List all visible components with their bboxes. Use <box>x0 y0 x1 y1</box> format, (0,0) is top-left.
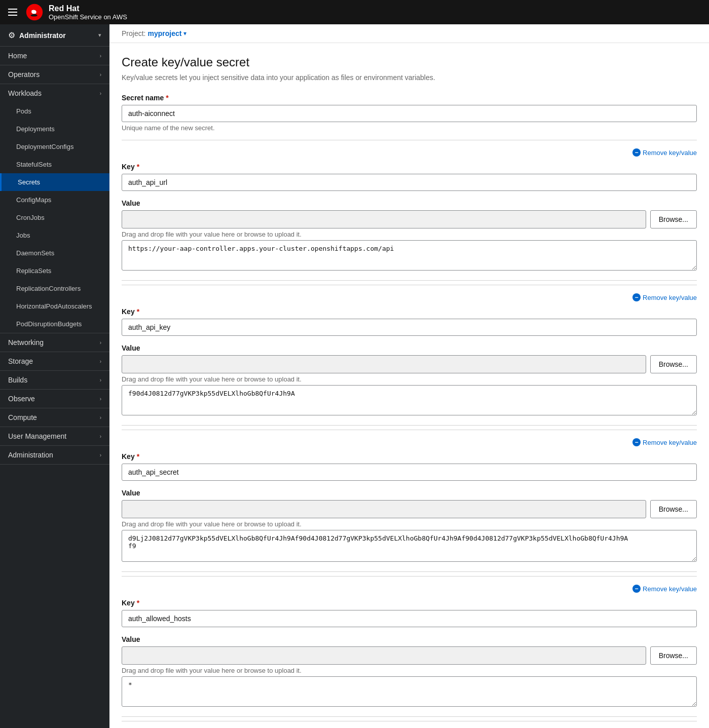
project-dropdown-arrow[interactable]: ▾ <box>183 30 186 37</box>
remove-link-2: − Remove key/value <box>122 293 697 301</box>
sidebar-item-cronjobs[interactable]: CronJobs <box>0 209 109 226</box>
value-textarea-3[interactable]: d9Lj2J0812d77gVKP3kp55dVELXlhoGb8QfUr4Jh… <box>122 530 697 562</box>
value-textarea-4[interactable]: * <box>122 676 697 707</box>
sidebar-item-storage[interactable]: Storage › <box>0 352 109 370</box>
sidebar-item-cronjobs-label: CronJobs <box>16 214 45 221</box>
admin-header[interactable]: ⚙ Administrator ▾ <box>0 24 109 47</box>
sidebar-item-observe-label: Observe <box>8 395 35 403</box>
secret-name-label: Secret name * <box>122 94 697 102</box>
sidebar-item-deploymentconfigs[interactable]: DeploymentConfigs <box>0 138 109 156</box>
sidebar-item-observe[interactable]: Observe › <box>0 390 109 408</box>
observe-chevron-icon: › <box>100 396 101 402</box>
key-input-3[interactable] <box>122 464 697 481</box>
sidebar-section-networking: Networking › <box>0 333 109 352</box>
sidebar-item-networking[interactable]: Networking › <box>0 333 109 352</box>
value-group-2: Value Browse... Drag and drop file with … <box>122 344 697 417</box>
remove-btn-3[interactable]: − Remove key/value <box>632 438 697 446</box>
value-group-1: Value Browse... Drag and drop file with … <box>122 199 697 272</box>
kv-section-4: − Remove key/value Key * Value Browse...… <box>122 576 697 717</box>
key-input-1[interactable] <box>122 174 697 191</box>
sidebar-section-builds: Builds › <box>0 371 109 390</box>
browse-btn-1[interactable]: Browse... <box>650 210 697 228</box>
key-required-4: * <box>137 599 139 607</box>
sidebar-item-compute[interactable]: Compute › <box>0 408 109 427</box>
drag-hint-4: Drag and drop file with your value here … <box>122 667 697 674</box>
value-label-3: Value <box>122 489 697 497</box>
sidebar: ⚙ Administrator ▾ Home › Operators › Wor… <box>0 24 109 728</box>
administration-chevron-icon: › <box>100 452 101 458</box>
sidebar-item-deploymentconfigs-label: DeploymentConfigs <box>16 143 73 150</box>
sidebar-item-networking-label: Networking <box>8 338 44 347</box>
sidebar-item-horizontalpodautoscalers[interactable]: HorizontalPodAutoscalers <box>0 297 109 315</box>
remove-label-4: Remove key/value <box>643 585 697 593</box>
value-row-3: Browse... <box>122 500 697 518</box>
sidebar-item-statefulsets[interactable]: StatefulSets <box>0 156 109 173</box>
remove-link-4: − Remove key/value <box>122 585 697 593</box>
kv-divider-1 <box>122 280 697 281</box>
key-label-3: Key * <box>122 452 697 461</box>
sidebar-item-operators[interactable]: Operators › <box>0 65 109 84</box>
key-group-2: Key * <box>122 308 697 336</box>
key-input-4[interactable] <box>122 610 697 627</box>
project-bar: Project: myproject ▾ <box>109 24 709 43</box>
kv-divider-3 <box>122 571 697 572</box>
project-name: myproject <box>147 29 181 37</box>
secret-name-input[interactable] <box>122 105 697 122</box>
value-textarea-1[interactable]: https://your-aap-controller.apps.your-cl… <box>122 240 697 271</box>
key-label-4: Key * <box>122 599 697 607</box>
browse-btn-3[interactable]: Browse... <box>650 500 697 518</box>
remove-link-1: − Remove key/value <box>122 148 697 157</box>
sidebar-item-operators-label: Operators <box>8 70 40 79</box>
kv-section-3: − Remove key/value Key * Value Browse...… <box>122 430 697 572</box>
sidebar-item-user-management-label: User Management <box>8 432 66 440</box>
remove-btn-1[interactable]: − Remove key/value <box>632 148 697 157</box>
value-drop-area-1 <box>122 210 646 228</box>
sidebar-item-deployments[interactable]: Deployments <box>0 120 109 138</box>
sidebar-item-configmaps-label: ConfigMaps <box>16 196 51 204</box>
sidebar-item-secrets[interactable]: Secrets <box>0 173 109 191</box>
sidebar-item-pods[interactable]: Pods <box>0 102 109 120</box>
form-container: Create key/value secret Key/value secret… <box>109 43 709 728</box>
sidebar-item-configmaps[interactable]: ConfigMaps <box>0 191 109 209</box>
sidebar-item-workloads[interactable]: Workloads › <box>0 84 109 102</box>
key-input-2[interactable] <box>122 319 697 336</box>
sidebar-section-administration: Administration › <box>0 446 109 465</box>
sidebar-section-main: Home › <box>0 47 109 65</box>
kv-section-2: − Remove key/value Key * Value Browse...… <box>122 285 697 426</box>
remove-minus-icon-2: − <box>632 293 641 301</box>
sidebar-item-pods-label: Pods <box>16 107 31 115</box>
sidebar-item-poddisruptionbudgets[interactable]: PodDisruptionBudgets <box>0 315 109 333</box>
drag-hint-1: Drag and drop file with your value here … <box>122 231 697 238</box>
sidebar-item-pdb-label: PodDisruptionBudgets <box>16 320 82 328</box>
key-group-3: Key * <box>122 452 697 481</box>
value-textarea-2[interactable]: f90d4J0812d77gVKP3kp55dVELXlhoGb8QfUr4Jh… <box>122 385 697 415</box>
top-nav: Red Hat OpenShift Service on AWS <box>0 0 709 24</box>
sidebar-section-observe: Observe › <box>0 390 109 408</box>
admin-icon: ⚙ <box>8 30 15 40</box>
value-row-4: Browse... <box>122 646 697 665</box>
remove-btn-2[interactable]: − Remove key/value <box>632 293 697 301</box>
sidebar-item-administration-label: Administration <box>8 451 53 459</box>
sidebar-item-administration[interactable]: Administration › <box>0 446 109 464</box>
sidebar-item-replicationcontrollers[interactable]: ReplicationControllers <box>0 280 109 297</box>
browse-btn-2[interactable]: Browse... <box>650 355 697 373</box>
remove-label-2: Remove key/value <box>643 294 697 301</box>
sidebar-item-daemonsets[interactable]: DaemonSets <box>0 244 109 262</box>
sidebar-item-replicasets[interactable]: ReplicaSets <box>0 262 109 280</box>
admin-chevron-icon: ▾ <box>98 32 101 39</box>
remove-btn-4[interactable]: − Remove key/value <box>632 585 697 593</box>
value-row-2: Browse... <box>122 355 697 373</box>
remove-label-3: Remove key/value <box>643 439 697 446</box>
sidebar-item-jobs-label: Jobs <box>16 232 30 239</box>
browse-btn-4[interactable]: Browse... <box>650 646 697 665</box>
sidebar-item-user-management[interactable]: User Management › <box>0 427 109 445</box>
sidebar-item-builds-label: Builds <box>8 376 27 384</box>
hamburger-menu[interactable] <box>8 9 17 16</box>
sidebar-item-builds[interactable]: Builds › <box>0 371 109 389</box>
sidebar-item-daemonsets-label: DaemonSets <box>16 249 54 257</box>
networking-chevron-icon: › <box>100 340 101 346</box>
kv-section-5: − Remove key/value Key * Value Browse...… <box>122 721 697 728</box>
sidebar-item-statefulsets-label: StatefulSets <box>16 161 52 168</box>
sidebar-item-jobs[interactable]: Jobs <box>0 226 109 244</box>
sidebar-item-home[interactable]: Home › <box>0 47 109 65</box>
